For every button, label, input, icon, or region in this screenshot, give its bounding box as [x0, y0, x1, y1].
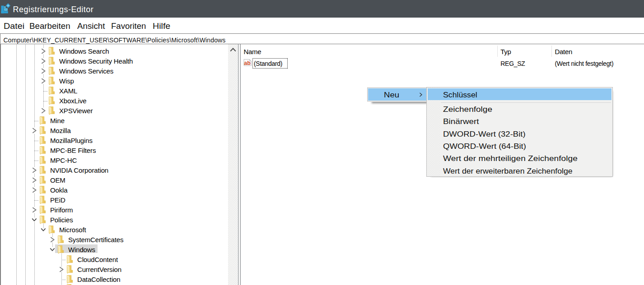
svg-text:ab: ab — [244, 60, 251, 66]
